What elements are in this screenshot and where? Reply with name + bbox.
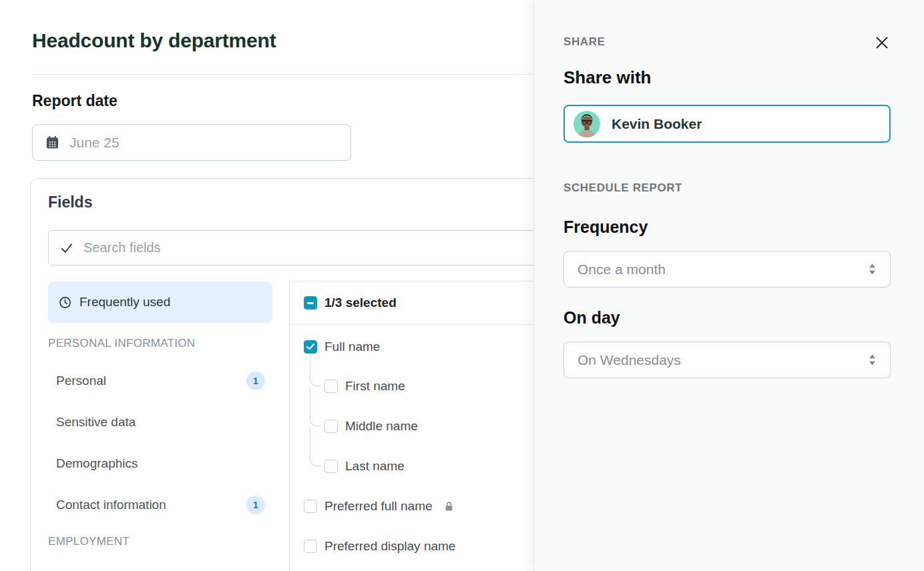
frequency-label: Frequency	[563, 217, 648, 237]
count-badge: 1	[246, 496, 265, 514]
nav-section-employment: EMPLOYMENT	[48, 535, 130, 548]
updown-arrows-icon	[868, 263, 877, 275]
updown-arrows-icon	[868, 354, 877, 366]
report-date-input[interactable]: June 25	[32, 124, 351, 161]
unchecked-checkbox[interactable]	[304, 540, 317, 553]
unchecked-checkbox[interactable]	[324, 460, 338, 473]
on-day-value: On Wednesdays	[578, 352, 868, 368]
unchecked-checkbox[interactable]	[324, 420, 338, 433]
nav-item-personal[interactable]: Personal 1	[56, 368, 265, 394]
nav-item-frequently-used[interactable]: Frequently used	[48, 281, 272, 323]
nav-item-contact-information[interactable]: Contact information 1	[56, 492, 265, 518]
unchecked-checkbox[interactable]	[304, 500, 317, 513]
selection-summary: 1/3 selected	[324, 296, 397, 310]
nav-section-personal-information: PERSONAL INFORMATION	[48, 337, 195, 350]
lock-icon	[444, 501, 454, 512]
field-row-preferred-display-name[interactable]: Preferred display name	[304, 536, 455, 556]
select-all-row[interactable]: 1/3 selected	[304, 293, 397, 313]
field-row-full-name[interactable]: Full name	[304, 337, 380, 357]
share-panel-title: SHARE	[563, 35, 606, 49]
field-row-first-name[interactable]: First name	[324, 376, 405, 396]
unchecked-checkbox[interactable]	[324, 380, 338, 393]
fields-heading: Fields	[48, 193, 92, 211]
share-with-input[interactable]: Kevin Booker	[563, 105, 891, 143]
nav-item-demographics[interactable]: Demographics	[56, 451, 265, 476]
checked-checkbox[interactable]	[304, 340, 317, 354]
tree-connector	[310, 354, 321, 386]
field-row-middle-name[interactable]: Middle name	[324, 416, 418, 436]
share-with-label: Share with	[563, 67, 651, 88]
report-date-value: June 25	[69, 135, 120, 151]
nav-item-label: Frequently used	[79, 295, 170, 310]
field-row-preferred-full-name[interactable]: Preferred full name	[304, 496, 454, 516]
on-day-select[interactable]: On Wednesdays	[563, 342, 891, 378]
tree-connector	[310, 426, 321, 466]
clock-icon	[59, 296, 71, 309]
nav-item-sensitive-data[interactable]: Sensitive data	[56, 410, 265, 435]
count-badge: 1	[246, 372, 265, 390]
share-with-value: Kevin Booker	[612, 116, 702, 132]
share-panel: SHARE Share with	[534, 0, 924, 571]
field-row-last-name[interactable]: Last name	[324, 456, 405, 476]
page-title: Headcount by department	[32, 29, 276, 52]
avatar	[573, 111, 600, 137]
close-icon	[875, 35, 889, 50]
on-day-label: On day	[563, 308, 620, 328]
indeterminate-checkbox[interactable]	[304, 296, 317, 310]
tree-connector	[310, 386, 321, 426]
frequency-select[interactable]: Once a month	[563, 251, 891, 288]
frequency-value: Once a month	[578, 261, 868, 277]
calendar-icon	[45, 135, 60, 150]
schedule-report-label: SCHEDULE REPORT	[563, 181, 682, 195]
report-date-label: Report date	[32, 92, 118, 110]
check-icon	[59, 241, 74, 255]
close-panel-button[interactable]	[867, 28, 897, 57]
